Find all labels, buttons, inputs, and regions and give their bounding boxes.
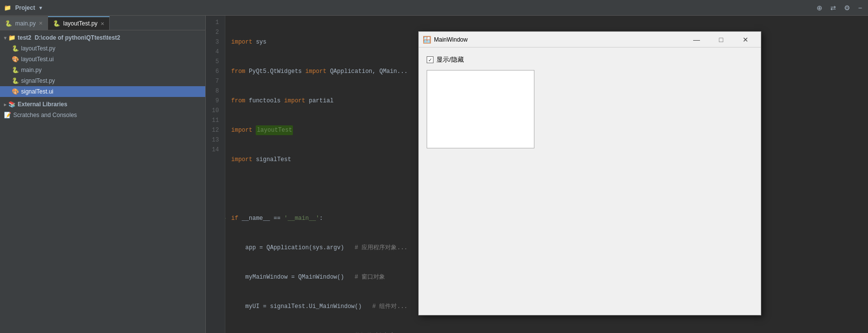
main-area: 🐍 main.py ✕ 🐍 layoutTest.py ✕ ▾ 📁 test2 … (0, 16, 868, 333)
line-num-8: 8 (206, 86, 222, 96)
code-line-11: myUI.setupUi(myMainWindow) # 将组件对象加入... (231, 331, 868, 333)
qt-checkbox-row: ✓ 显示/隐藏 (427, 55, 753, 64)
line-num-14: 14 (206, 145, 222, 155)
line-num-2: 2 (206, 27, 222, 37)
cmt-8: # 应用程序对象... (355, 243, 408, 253)
kw-import-1: import (231, 37, 252, 47)
tab-layouttest-icon: 🐍 (53, 20, 60, 27)
toolbar-layout-btn[interactable]: ⇄ (828, 3, 838, 13)
kw-if: if (231, 214, 238, 223)
qt-close-btn[interactable]: ✕ (734, 33, 757, 47)
qt-titlebar[interactable]: 🪟 MainWindow — □ ✕ (419, 32, 761, 48)
tree-item-signaltest-ui[interactable]: 🎨 signalTest.ui (0, 86, 205, 97)
qt-main-window: 🪟 MainWindow — □ ✕ ✓ 显示/隐藏 (418, 31, 761, 315)
tab-layouttest-label: layoutTest.py (63, 20, 97, 27)
project-sidebar: 🐍 main.py ✕ 🐍 layoutTest.py ✕ ▾ 📁 test2 … (0, 16, 206, 333)
folder-icon-root: 📁 (8, 34, 16, 41)
tree-external-libraries[interactable]: ▸ 📚 External Libraries (0, 99, 205, 110)
toolbar-add-btn[interactable]: ⊕ (815, 3, 824, 13)
kw-import-5: import (231, 155, 252, 165)
py-icon-3: 🐍 (12, 77, 19, 84)
line-num-10: 10 (206, 106, 222, 116)
tree-item-main-py[interactable]: 🐍 main.py (0, 65, 205, 75)
tree-root-label: test2 D:\code of python\QTtest\test2 (18, 34, 120, 41)
scratches-icon: 📝 (4, 112, 11, 119)
tree-item-layouttest-py[interactable]: 🐍 layoutTest.py (0, 43, 205, 54)
qt-show-hide-checkbox[interactable]: ✓ (427, 56, 434, 63)
line-num-5: 5 (206, 57, 222, 67)
line-num-6: 6 (206, 67, 222, 76)
str-main: '__main__' (284, 214, 319, 223)
tab-main-py-close[interactable]: ✕ (39, 21, 43, 26)
qt-window-buttons: — □ ✕ (685, 33, 757, 47)
tree-scratches-consoles[interactable]: 📝 Scratches and Consoles (0, 110, 205, 120)
tree-item-layouttest-ui[interactable]: 🎨 layoutTest.ui (0, 54, 205, 65)
tab-layouttest-py[interactable]: 🐍 layoutTest.py ✕ (48, 16, 110, 30)
toolbar-minimize-btn[interactable]: − (856, 3, 864, 13)
folder-icon: 📁 (4, 4, 11, 11)
line-numbers: 1 2 3 4 5 6 7 8 9 10 11 12 13 14 (206, 16, 225, 333)
tab-main-py-icon: 🐍 (5, 20, 12, 27)
library-icon: 📚 (8, 101, 16, 108)
line-num-7: 7 (206, 76, 222, 86)
line-num-12: 12 (206, 125, 222, 135)
kw-from-3: from (231, 96, 245, 106)
cmt-10: # 组件对... (372, 302, 408, 311)
py-icon-1: 🐍 (12, 45, 19, 52)
kw-import-4: import (231, 125, 252, 135)
line-num-11: 11 (206, 116, 222, 125)
toolbar-settings-btn[interactable]: ⚙ (842, 3, 852, 13)
cmt-9: # 窗口对象 (355, 272, 385, 282)
tab-main-py-label: main.py (15, 20, 36, 27)
editor-tab-bar: 🐍 main.py ✕ 🐍 layoutTest.py ✕ (0, 16, 205, 30)
qt-content: ✓ 显示/隐藏 (419, 48, 761, 315)
toolbar-dropdown-icon[interactable]: ▾ (39, 4, 42, 11)
qt-minimize-btn[interactable]: — (685, 33, 708, 47)
tree-item-signaltest-py-label: signalTest.py (21, 77, 55, 84)
tree-item-signaltest-py[interactable]: 🐍 signalTest.py (0, 75, 205, 86)
qt-maximize-btn[interactable]: □ (710, 33, 732, 47)
line-num-1: 1 (206, 18, 222, 27)
hl-layouttest: layoutTest (256, 125, 293, 135)
cmt-11: # 将组件对象加入... (348, 331, 407, 333)
ui-icon-2: 🎨 (12, 88, 19, 95)
py-icon-2: 🐍 (12, 67, 19, 73)
kw-import-2: import (305, 67, 326, 76)
qt-checkbox-label: 显示/隐藏 (436, 55, 464, 64)
tab-main-py[interactable]: 🐍 main.py ✕ (0, 16, 48, 30)
qt-title-icon: 🪟 (423, 36, 431, 44)
qt-title-text: MainWindow (434, 36, 682, 43)
qt-white-box (427, 70, 534, 148)
tree-item-main-py-label: main.py (21, 67, 42, 73)
tree-scratches-label: Scratches and Consoles (13, 112, 77, 119)
tree-ext-label: External Libraries (18, 101, 67, 108)
tree-item-layouttest-py-label: layoutTest.py (21, 45, 55, 52)
tab-layouttest-close[interactable]: ✕ (100, 21, 104, 26)
kw-import-3: import (284, 96, 305, 106)
toolbar-project-label: Project (15, 4, 35, 11)
line-num-9: 9 (206, 96, 222, 106)
run-arrow-icon[interactable]: ▶ (225, 214, 226, 223)
kw-from-2: from (231, 67, 245, 76)
ui-icon-1: 🎨 (12, 56, 19, 63)
line-num-3: 3 (206, 37, 222, 47)
line-num-13: 13 (206, 135, 222, 145)
line-num-4: 4 (206, 47, 222, 57)
tree-item-signaltest-ui-label: signalTest.ui (21, 88, 53, 95)
main-toolbar: 📁 Project ▾ ⊕ ⇄ ⚙ − (0, 0, 868, 16)
project-tree: ▾ 📁 test2 D:\code of python\QTtest\test2… (0, 30, 205, 333)
tree-root-arrow: ▾ (4, 35, 6, 41)
tree-item-layouttest-ui-label: layoutTest.ui (21, 56, 54, 63)
tree-root-test2[interactable]: ▾ 📁 test2 D:\code of python\QTtest\test2 (0, 32, 205, 43)
tree-ext-arrow: ▸ (4, 102, 6, 107)
